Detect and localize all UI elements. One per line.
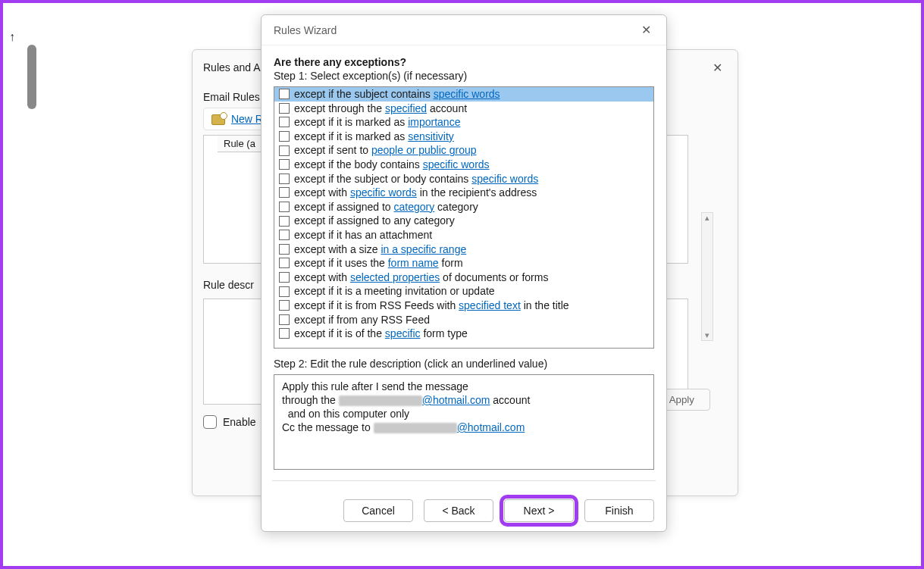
exception-checkbox[interactable] bbox=[279, 187, 290, 198]
next-button[interactable]: Next > bbox=[504, 499, 574, 522]
exception-checkbox[interactable] bbox=[279, 300, 290, 311]
step1-label: Step 1: Select exception(s) (if necessar… bbox=[274, 70, 654, 82]
exception-link[interactable]: category bbox=[394, 201, 435, 213]
desc-line-1: Apply this rule after I send the message bbox=[282, 380, 646, 393]
exception-row[interactable]: except if the subject contains specific … bbox=[274, 87, 653, 102]
exception-row[interactable]: except with selected properties of docum… bbox=[274, 270, 653, 285]
cancel-button[interactable]: Cancel bbox=[343, 499, 413, 522]
exception-link[interactable]: specific words bbox=[350, 186, 417, 199]
exception-row[interactable]: except if sent to people or public group bbox=[274, 143, 653, 158]
close-icon[interactable]: ✕ bbox=[708, 59, 727, 77]
exception-link[interactable]: people or public group bbox=[371, 144, 477, 156]
redacted-recipient: xxxxxxxxxxx bbox=[374, 423, 457, 433]
scrollbar-thumb[interactable] bbox=[27, 45, 36, 109]
exception-text: except with selected properties of docum… bbox=[294, 270, 548, 285]
divider bbox=[272, 480, 656, 481]
rules-wizard-dialog: Rules Wizard ✕ Are there any exceptions?… bbox=[261, 14, 667, 532]
exception-checkbox[interactable] bbox=[279, 314, 290, 325]
exception-checkbox[interactable] bbox=[279, 131, 290, 142]
back-button[interactable]: < Back bbox=[424, 499, 493, 522]
enable-label: Enable bbox=[223, 416, 256, 428]
exception-checkbox[interactable] bbox=[279, 89, 290, 99]
exception-link[interactable]: in a specific range bbox=[381, 243, 466, 255]
up-arrow-icon: ↑ bbox=[9, 30, 20, 44]
exception-text: except if sent to people or public group bbox=[294, 143, 477, 158]
exception-row[interactable]: except if it is of the specific form typ… bbox=[274, 327, 653, 341]
exceptions-list[interactable]: except if the subject contains specific … bbox=[274, 86, 654, 349]
exception-text: except if it uses the form name form bbox=[294, 256, 463, 270]
exception-text: except if assigned to category category bbox=[294, 200, 478, 214]
exception-text: except with specific words in the recipi… bbox=[294, 186, 537, 200]
new-rule-label: New R bbox=[231, 113, 263, 125]
step2-label: Step 2: Edit the rule description (click… bbox=[274, 358, 654, 370]
exception-row[interactable]: except if it is marked as importance bbox=[274, 115, 653, 130]
exception-checkbox[interactable] bbox=[279, 202, 290, 212]
exception-link[interactable]: selected properties bbox=[350, 271, 440, 283]
exception-checkbox[interactable] bbox=[279, 286, 290, 297]
exception-row[interactable]: except with specific words in the recipi… bbox=[274, 186, 653, 200]
exception-checkbox[interactable] bbox=[279, 216, 290, 227]
rules-list-scrollbar[interactable]: ▴▾ bbox=[701, 212, 713, 341]
exception-text: except if it is marked as importance bbox=[294, 115, 460, 130]
exception-row[interactable]: except if it is from RSS Feeds with spec… bbox=[274, 299, 653, 313]
exception-checkbox[interactable] bbox=[279, 328, 290, 339]
wizard-title: Rules Wizard bbox=[274, 24, 337, 36]
exception-link[interactable]: specific bbox=[385, 327, 421, 339]
left-gutter: ↑ bbox=[9, 30, 20, 242]
exception-row[interactable]: except if the body contains specific wor… bbox=[274, 158, 653, 172]
exception-text: except if it is a meeting invitation or … bbox=[294, 284, 495, 299]
desc-line-3: and on this computer only bbox=[282, 407, 646, 420]
desc-line-2: through the xxxxxxxxxxx@hotmail.com acco… bbox=[282, 393, 646, 407]
account-link[interactable]: @hotmail.com bbox=[422, 394, 490, 406]
finish-button[interactable]: Finish bbox=[584, 499, 654, 522]
exception-row[interactable]: except if the subject or body contains s… bbox=[274, 172, 653, 186]
wizard-button-row: Cancel < Back Next > Finish bbox=[262, 489, 666, 533]
exception-text: except through the specified account bbox=[294, 102, 467, 116]
exception-checkbox[interactable] bbox=[279, 258, 290, 268]
exception-checkbox[interactable] bbox=[279, 103, 290, 114]
exception-checkbox[interactable] bbox=[279, 272, 290, 283]
wizard-question: Are there any exceptions? bbox=[274, 56, 654, 68]
back-dialog-title: Rules and A bbox=[203, 61, 261, 73]
close-icon[interactable]: ✕ bbox=[637, 21, 656, 39]
exception-row[interactable]: except if assigned to any category bbox=[274, 214, 653, 228]
exception-row[interactable]: except if it has an attachment bbox=[274, 228, 653, 242]
exception-checkbox[interactable] bbox=[279, 117, 290, 127]
exception-link[interactable]: specific words bbox=[471, 173, 538, 185]
exception-link[interactable]: specific words bbox=[434, 88, 500, 100]
exception-text: except if the subject contains specific … bbox=[294, 87, 500, 102]
exception-checkbox[interactable] bbox=[279, 230, 290, 240]
exception-link[interactable]: specified bbox=[385, 102, 427, 114]
rule-description-editor[interactable]: Apply this rule after I send the message… bbox=[274, 374, 654, 470]
exception-link[interactable]: specific words bbox=[423, 158, 490, 170]
exception-row[interactable]: except if it is a meeting invitation or … bbox=[274, 284, 653, 299]
exception-text: except if assigned to any category bbox=[294, 214, 455, 228]
redacted-account: xxxxxxxxxxx bbox=[339, 395, 422, 406]
exception-row[interactable]: except if from any RSS Feed bbox=[274, 313, 653, 327]
exception-checkbox[interactable] bbox=[279, 159, 290, 170]
exception-text: except if it is marked as sensitivity bbox=[294, 130, 454, 144]
enable-checkbox[interactable] bbox=[203, 415, 217, 429]
exception-row[interactable]: except through the specified account bbox=[274, 102, 653, 116]
exception-text: except if from any RSS Feed bbox=[294, 313, 430, 327]
exception-text: except if the subject or body contains s… bbox=[294, 172, 538, 186]
exception-text: except with a size in a specific range bbox=[294, 242, 466, 257]
exception-text: except if it has an attachment bbox=[294, 228, 432, 242]
desc-line-4: Cc the message to xxxxxxxxxxx@hotmail.co… bbox=[282, 420, 646, 434]
new-rule-icon bbox=[211, 114, 225, 125]
exception-row[interactable]: except with a size in a specific range bbox=[274, 242, 653, 257]
exception-link[interactable]: form name bbox=[388, 257, 439, 269]
exception-link[interactable]: sensitivity bbox=[408, 130, 454, 142]
exception-text: except if it is of the specific form typ… bbox=[294, 327, 468, 341]
exception-link[interactable]: importance bbox=[408, 116, 460, 128]
exception-checkbox[interactable] bbox=[279, 145, 290, 156]
exception-text: except if it is from RSS Feeds with spec… bbox=[294, 299, 569, 313]
exception-row[interactable]: except if it is marked as sensitivity bbox=[274, 130, 653, 144]
exception-row[interactable]: except if assigned to category category bbox=[274, 200, 653, 214]
exception-text: except if the body contains specific wor… bbox=[294, 158, 490, 172]
cc-link[interactable]: @hotmail.com bbox=[457, 421, 525, 433]
exception-link[interactable]: specified text bbox=[459, 299, 521, 311]
exception-checkbox[interactable] bbox=[279, 174, 290, 184]
exception-row[interactable]: except if it uses the form name form bbox=[274, 256, 653, 270]
exception-checkbox[interactable] bbox=[279, 244, 290, 255]
